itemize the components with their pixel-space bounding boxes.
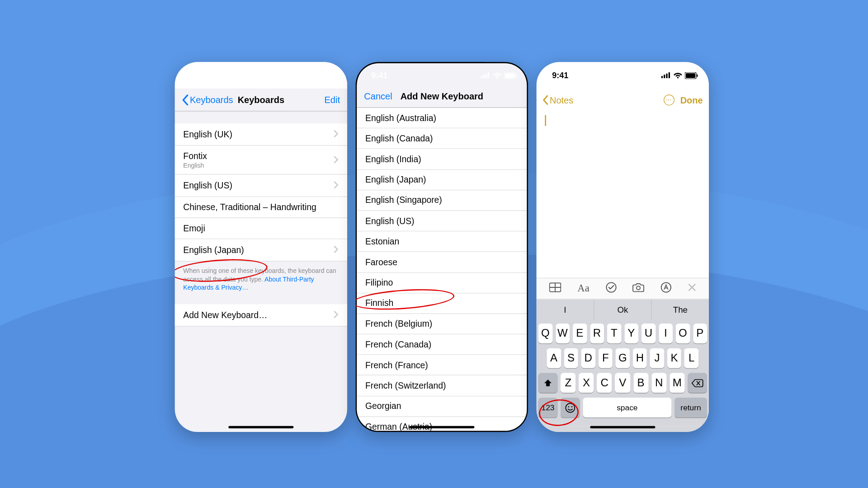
language-row[interactable]: Faroese [357, 252, 527, 273]
suggestion[interactable]: The [652, 300, 709, 320]
letter-key[interactable]: X [579, 373, 594, 393]
home-indicator [409, 426, 474, 428]
language-row[interactable]: English (Australia) [357, 108, 527, 129]
language-list[interactable]: English (Australia)English (Canada)Engli… [357, 108, 527, 431]
chevron-left-icon [542, 95, 548, 105]
status-indicators [661, 72, 698, 79]
svg-rect-7 [481, 76, 482, 78]
language-row[interactable]: Filipino [357, 272, 527, 293]
language-label: English (Japan) [365, 175, 426, 184]
format-icon[interactable]: Aa [577, 282, 589, 295]
letter-key[interactable]: O [676, 324, 690, 343]
letter-key[interactable]: U [642, 324, 656, 343]
back-button[interactable]: Keyboards [182, 94, 233, 105]
letter-key[interactable]: E [573, 324, 587, 343]
done-button[interactable]: Done [680, 95, 703, 105]
back-button[interactable]: Notes [542, 95, 573, 105]
language-label: French (Switzerland) [365, 381, 446, 390]
keyboard-label: Chinese, Traditional – Handwriting [183, 202, 316, 212]
language-row[interactable]: German (Austria) [357, 417, 527, 431]
letter-key[interactable]: D [581, 348, 595, 368]
add-new-keyboard-row[interactable]: Add New Keyboard… [175, 304, 347, 326]
letter-key[interactable]: G [616, 348, 630, 368]
language-label: English (US) [365, 216, 415, 225]
keyboard-row[interactable]: Emoji [175, 218, 347, 239]
status-bar: 9:41 [537, 62, 709, 89]
svg-point-28 [568, 406, 569, 407]
keyboard-row[interactable]: Chinese, Traditional – Handwriting [175, 197, 347, 218]
language-label: French (Canada) [365, 340, 431, 349]
chevron-right-icon [334, 180, 339, 191]
language-row[interactable]: French (Canada) [357, 334, 527, 355]
suggestion[interactable]: I [537, 300, 594, 320]
suggestion[interactable]: Ok [594, 300, 652, 320]
delete-key[interactable] [688, 373, 707, 393]
suggestion-bar: I Ok The [537, 300, 709, 320]
language-label: Estonian [365, 237, 399, 246]
letter-key[interactable]: A [547, 348, 561, 368]
letter-key[interactable]: Y [624, 324, 638, 343]
table-icon[interactable] [549, 282, 561, 295]
svg-rect-16 [666, 74, 667, 79]
svg-rect-13 [516, 74, 517, 77]
chevron-right-icon [334, 155, 339, 165]
language-row[interactable]: French (Switzerland) [357, 375, 527, 396]
letter-key[interactable]: N [651, 373, 667, 393]
letter-key[interactable]: M [670, 373, 685, 393]
language-row[interactable]: English (Canada) [357, 128, 527, 149]
edit-button[interactable]: Edit [325, 94, 340, 105]
language-row[interactable]: Georgian [357, 396, 527, 417]
svg-point-25 [637, 286, 640, 290]
shift-key[interactable] [538, 373, 558, 393]
language-label: French (Belgium) [365, 319, 432, 328]
keyboard-row[interactable]: English (US) [175, 175, 347, 197]
letter-key[interactable]: Z [561, 373, 576, 393]
more-icon[interactable]: ⋯ [663, 94, 674, 105]
cancel-button[interactable]: Cancel [364, 91, 392, 101]
letter-key[interactable]: F [599, 348, 613, 368]
keyboard-row[interactable]: English (Japan) [175, 239, 347, 261]
letter-key[interactable]: C [597, 373, 612, 393]
space-key[interactable]: space [583, 398, 671, 418]
svg-rect-9 [485, 74, 486, 79]
keyboard-row[interactable]: FontixEnglish [175, 146, 347, 175]
close-icon[interactable] [688, 283, 696, 294]
letter-key[interactable]: R [590, 324, 604, 343]
letter-key[interactable]: B [633, 373, 649, 393]
notes-format-toolbar: Aa [537, 278, 709, 300]
camera-icon[interactable] [632, 282, 645, 295]
letter-key[interactable]: W [556, 324, 570, 343]
language-row[interactable]: Estonian [357, 231, 527, 252]
keyboard-row[interactable]: English (UK) [175, 123, 347, 145]
language-row[interactable]: French (Belgium) [357, 314, 527, 334]
privacy-footer: When using one of these keyboards, the k… [175, 262, 347, 292]
letter-key[interactable]: K [667, 348, 681, 368]
svg-rect-17 [669, 72, 670, 78]
markup-icon[interactable] [660, 282, 671, 295]
note-body[interactable] [537, 115, 709, 278]
letter-key[interactable]: L [684, 348, 698, 368]
numbers-key[interactable]: 123 [538, 398, 558, 418]
language-row[interactable]: English (US) [357, 211, 527, 232]
letter-key[interactable]: J [650, 348, 664, 368]
letter-key[interactable]: H [633, 348, 647, 368]
letter-key[interactable]: S [564, 348, 578, 368]
status-indicators [481, 72, 517, 79]
checklist-icon[interactable] [605, 282, 616, 295]
return-key[interactable]: return [675, 398, 707, 418]
letter-key[interactable]: P [693, 324, 707, 343]
chevron-left-icon [182, 94, 189, 105]
language-row[interactable]: English (Japan) [357, 169, 527, 190]
emoji-key[interactable] [561, 398, 580, 418]
cellular-icon [481, 72, 490, 78]
letter-key[interactable]: I [659, 324, 673, 343]
language-row[interactable]: French (France) [357, 355, 527, 376]
language-row[interactable]: English (Singapore) [357, 190, 527, 211]
letter-key[interactable]: Q [538, 324, 552, 343]
letter-key[interactable]: T [607, 324, 621, 343]
language-row[interactable]: English (India) [357, 149, 527, 170]
chevron-right-icon [334, 310, 339, 320]
language-row[interactable]: Finnish [357, 293, 527, 314]
letter-key[interactable]: V [615, 373, 631, 393]
wifi-icon [673, 72, 682, 79]
